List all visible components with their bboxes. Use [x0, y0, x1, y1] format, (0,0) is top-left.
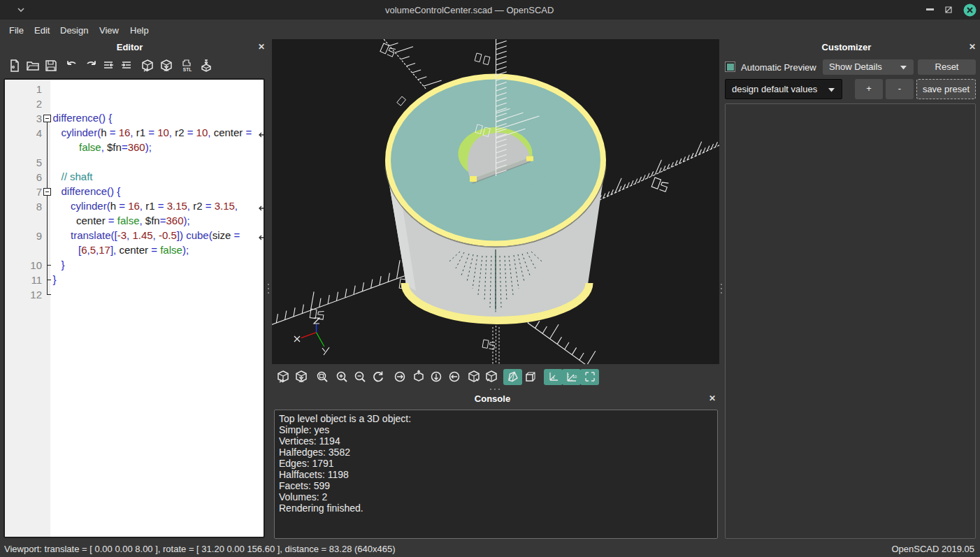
svg-text:STL: STL [183, 67, 192, 72]
svg-text:10: 10 [572, 375, 576, 379]
